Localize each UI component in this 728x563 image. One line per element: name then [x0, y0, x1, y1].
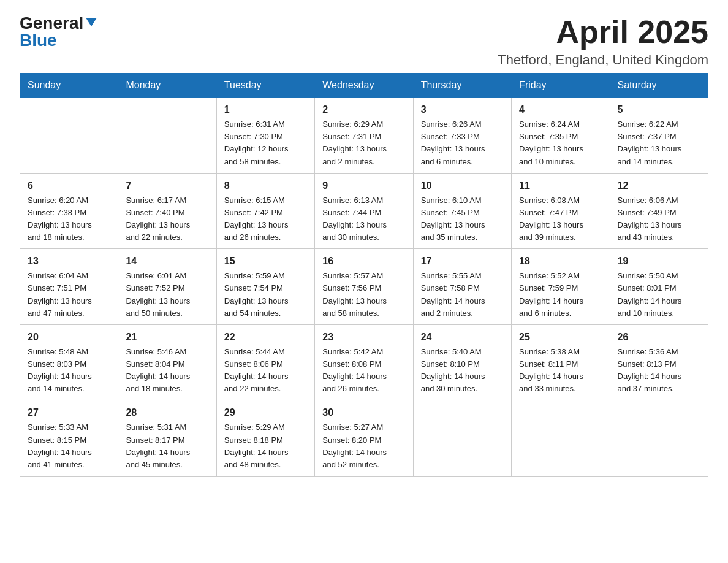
day-number: 25	[519, 330, 602, 345]
calendar-cell: 20Sunrise: 5:48 AMSunset: 8:03 PMDayligh…	[20, 324, 118, 400]
day-info: Sunrise: 5:27 AMSunset: 8:20 PMDaylight:…	[322, 421, 405, 471]
day-number: 21	[126, 330, 208, 345]
calendar-week-1: 1Sunrise: 6:31 AMSunset: 7:30 PMDaylight…	[20, 98, 708, 174]
day-number: 12	[618, 178, 700, 193]
svg-marker-0	[86, 18, 97, 26]
day-info: Sunrise: 6:10 AMSunset: 7:45 PMDaylight:…	[421, 194, 504, 244]
weekday-header-wednesday: Wednesday	[315, 74, 413, 98]
logo: General Blue	[20, 15, 97, 49]
day-number: 22	[224, 330, 307, 345]
day-info: Sunrise: 6:26 AMSunset: 7:33 PMDaylight:…	[421, 118, 504, 168]
day-info: Sunrise: 5:31 AMSunset: 8:17 PMDaylight:…	[126, 421, 208, 471]
day-info: Sunrise: 6:22 AMSunset: 7:37 PMDaylight:…	[618, 118, 700, 168]
day-info: Sunrise: 5:52 AMSunset: 7:59 PMDaylight:…	[519, 270, 602, 320]
day-info: Sunrise: 6:31 AMSunset: 7:30 PMDaylight:…	[224, 118, 307, 168]
calendar-cell: 14Sunrise: 6:01 AMSunset: 7:52 PMDayligh…	[118, 249, 216, 325]
day-number: 5	[618, 102, 700, 117]
calendar-cell: 7Sunrise: 6:17 AMSunset: 7:40 PMDaylight…	[118, 173, 216, 249]
calendar-cell: 23Sunrise: 5:42 AMSunset: 8:08 PMDayligh…	[315, 324, 413, 400]
day-number: 9	[322, 178, 405, 193]
calendar-cell: 19Sunrise: 5:50 AMSunset: 8:01 PMDayligh…	[610, 249, 708, 325]
day-number: 19	[618, 254, 700, 269]
day-number: 15	[224, 254, 307, 269]
day-info: Sunrise: 5:36 AMSunset: 8:13 PMDaylight:…	[618, 346, 700, 396]
day-info: Sunrise: 5:50 AMSunset: 8:01 PMDaylight:…	[618, 270, 700, 320]
calendar-cell: 15Sunrise: 5:59 AMSunset: 7:54 PMDayligh…	[216, 249, 314, 325]
calendar-cell: 3Sunrise: 6:26 AMSunset: 7:33 PMDaylight…	[413, 98, 511, 174]
calendar-cell: 2Sunrise: 6:29 AMSunset: 7:31 PMDaylight…	[315, 98, 413, 174]
calendar-cell: 28Sunrise: 5:31 AMSunset: 8:17 PMDayligh…	[118, 400, 216, 477]
day-info: Sunrise: 6:29 AMSunset: 7:31 PMDaylight:…	[322, 118, 405, 168]
calendar-cell: 4Sunrise: 6:24 AMSunset: 7:35 PMDaylight…	[512, 98, 610, 174]
calendar-week-3: 13Sunrise: 6:04 AMSunset: 7:51 PMDayligh…	[20, 249, 708, 325]
day-number: 6	[28, 178, 110, 193]
calendar-cell	[118, 98, 216, 174]
calendar-week-5: 27Sunrise: 5:33 AMSunset: 8:15 PMDayligh…	[20, 400, 708, 477]
calendar-cell: 24Sunrise: 5:40 AMSunset: 8:10 PMDayligh…	[413, 324, 511, 400]
calendar-cell	[413, 400, 511, 477]
day-number: 29	[224, 405, 307, 420]
day-number: 8	[224, 178, 307, 193]
day-info: Sunrise: 5:55 AMSunset: 7:58 PMDaylight:…	[421, 270, 504, 320]
day-info: Sunrise: 6:15 AMSunset: 7:42 PMDaylight:…	[224, 194, 307, 244]
day-number: 4	[519, 102, 602, 117]
weekday-header-friday: Friday	[512, 74, 610, 98]
day-info: Sunrise: 5:38 AMSunset: 8:11 PMDaylight:…	[519, 346, 602, 396]
weekday-header-tuesday: Tuesday	[216, 74, 314, 98]
day-number: 20	[28, 330, 110, 345]
calendar-cell: 8Sunrise: 6:15 AMSunset: 7:42 PMDaylight…	[216, 173, 314, 249]
day-info: Sunrise: 5:48 AMSunset: 8:03 PMDaylight:…	[28, 346, 110, 396]
calendar-cell: 6Sunrise: 6:20 AMSunset: 7:38 PMDaylight…	[20, 173, 118, 249]
calendar-cell: 5Sunrise: 6:22 AMSunset: 7:37 PMDaylight…	[610, 98, 708, 174]
day-info: Sunrise: 5:46 AMSunset: 8:04 PMDaylight:…	[126, 346, 208, 396]
calendar-table: SundayMondayTuesdayWednesdayThursdayFrid…	[20, 73, 708, 477]
calendar-week-2: 6Sunrise: 6:20 AMSunset: 7:38 PMDaylight…	[20, 173, 708, 249]
day-number: 1	[224, 102, 307, 117]
day-number: 11	[519, 178, 602, 193]
calendar-cell: 9Sunrise: 6:13 AMSunset: 7:44 PMDaylight…	[315, 173, 413, 249]
calendar-cell: 30Sunrise: 5:27 AMSunset: 8:20 PMDayligh…	[315, 400, 413, 477]
day-number: 28	[126, 405, 208, 420]
day-info: Sunrise: 6:08 AMSunset: 7:47 PMDaylight:…	[519, 194, 602, 244]
day-number: 26	[618, 330, 700, 345]
weekday-header-row: SundayMondayTuesdayWednesdayThursdayFrid…	[20, 74, 708, 98]
logo-blue-text: Blue	[20, 32, 57, 49]
day-number: 24	[421, 330, 504, 345]
day-number: 10	[421, 178, 504, 193]
calendar-cell: 27Sunrise: 5:33 AMSunset: 8:15 PMDayligh…	[20, 400, 118, 477]
page-header: General Blue April 2025 Thetford, Englan…	[20, 15, 708, 68]
month-title: April 2025	[498, 15, 708, 50]
calendar-cell	[20, 98, 118, 174]
day-number: 18	[519, 254, 602, 269]
day-info: Sunrise: 6:13 AMSunset: 7:44 PMDaylight:…	[322, 194, 405, 244]
day-number: 13	[28, 254, 110, 269]
day-info: Sunrise: 6:24 AMSunset: 7:35 PMDaylight:…	[519, 118, 602, 168]
logo-general-text: General	[20, 15, 83, 32]
calendar-cell: 13Sunrise: 6:04 AMSunset: 7:51 PMDayligh…	[20, 249, 118, 325]
day-info: Sunrise: 6:01 AMSunset: 7:52 PMDaylight:…	[126, 270, 208, 320]
weekday-header-thursday: Thursday	[413, 74, 511, 98]
calendar-cell: 18Sunrise: 5:52 AMSunset: 7:59 PMDayligh…	[512, 249, 610, 325]
day-info: Sunrise: 6:04 AMSunset: 7:51 PMDaylight:…	[28, 270, 110, 320]
calendar-cell	[610, 400, 708, 477]
day-info: Sunrise: 6:20 AMSunset: 7:38 PMDaylight:…	[28, 194, 110, 244]
day-info: Sunrise: 5:57 AMSunset: 7:56 PMDaylight:…	[322, 270, 405, 320]
day-number: 17	[421, 254, 504, 269]
calendar-cell: 25Sunrise: 5:38 AMSunset: 8:11 PMDayligh…	[512, 324, 610, 400]
location-title: Thetford, England, United Kingdom	[498, 52, 708, 68]
day-number: 14	[126, 254, 208, 269]
day-info: Sunrise: 5:33 AMSunset: 8:15 PMDaylight:…	[28, 421, 110, 471]
calendar-week-4: 20Sunrise: 5:48 AMSunset: 8:03 PMDayligh…	[20, 324, 708, 400]
weekday-header-saturday: Saturday	[610, 74, 708, 98]
calendar-cell: 21Sunrise: 5:46 AMSunset: 8:04 PMDayligh…	[118, 324, 216, 400]
day-info: Sunrise: 5:59 AMSunset: 7:54 PMDaylight:…	[224, 270, 307, 320]
calendar-cell: 11Sunrise: 6:08 AMSunset: 7:47 PMDayligh…	[512, 173, 610, 249]
day-number: 23	[322, 330, 405, 345]
logo-triangle-icon	[86, 18, 97, 29]
day-info: Sunrise: 5:44 AMSunset: 8:06 PMDaylight:…	[224, 346, 307, 396]
day-number: 3	[421, 102, 504, 117]
calendar-cell: 17Sunrise: 5:55 AMSunset: 7:58 PMDayligh…	[413, 249, 511, 325]
day-number: 27	[28, 405, 110, 420]
day-info: Sunrise: 5:42 AMSunset: 8:08 PMDaylight:…	[322, 346, 405, 396]
calendar-cell: 1Sunrise: 6:31 AMSunset: 7:30 PMDaylight…	[216, 98, 314, 174]
